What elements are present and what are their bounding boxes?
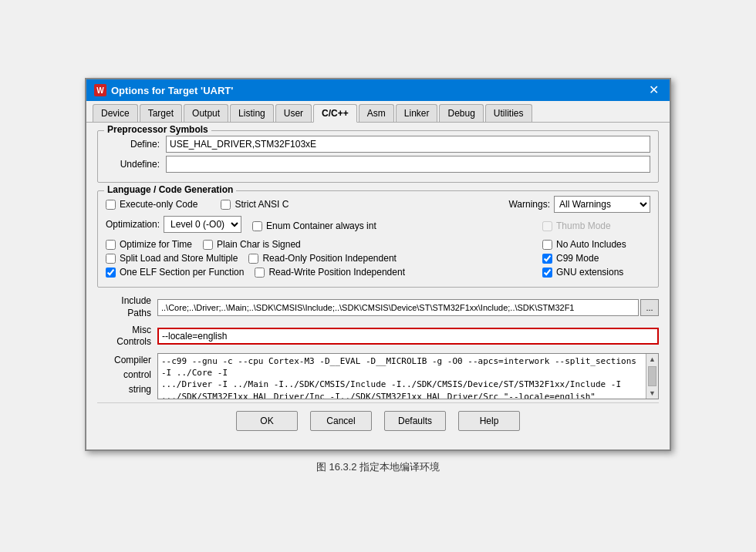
readonly-pos-label: Read-Only Position Independent [262,253,396,264]
define-row: Define: [106,136,650,153]
tab-linker[interactable]: Linker [396,104,438,122]
tab-cpp[interactable]: C/C++ [313,104,357,123]
c99-mode-row: C99 Mode [542,253,650,264]
tab-debug[interactable]: Debug [439,104,483,122]
cancel-button[interactable]: Cancel [310,411,372,431]
execute-only-label: Execute-only Code [120,199,197,210]
split-load-checkbox[interactable] [106,254,116,264]
compiler-string-wrapper: --c99 --gnu -c --cpu Cortex-M3 -D__EVAL … [157,353,659,399]
tab-listing[interactable]: Listing [230,104,274,122]
thumb-mode-checkbox[interactable] [542,221,552,231]
execute-only-checkbox[interactable] [106,200,116,210]
tab-utilities[interactable]: Utilities [485,104,532,122]
readonly-pos-row: Read-Only Position Independent [248,253,542,264]
strict-ansi-label: Strict ANSI C [235,199,289,210]
define-label: Define: [106,139,160,150]
tab-asm[interactable]: Asm [359,104,394,122]
main-dialog: W Options for Target 'UART' ✕ Device Tar… [85,78,671,450]
title-bar-left: W Options for Target 'UART' [94,84,233,96]
no-auto-includes-row: No Auto Includes [542,239,650,250]
define-input[interactable] [166,136,650,153]
gnu-extensions-row: GNU extensions [542,267,650,278]
enum-container-row: Enum Container always int [252,220,542,231]
plain-char-row: Plain Char is Signed [203,239,542,250]
compiler-string-row: Compilercontrolstring --c99 --gnu -c --c… [97,353,659,399]
optimization-label: Optimization: [106,219,160,230]
enum-container-label: Enum Container always int [266,220,376,231]
thumb-mode-label: Thumb Mode [556,220,611,231]
optimize-time-checkbox[interactable] [106,240,116,250]
readonly-pos-checkbox[interactable] [248,254,258,264]
help-button[interactable]: Help [458,411,520,431]
preprocessor-group: Preprocessor Symbols Define: Undefine: [97,130,659,183]
misc-controls-row: MiscControls [97,325,659,348]
gnu-extensions-label: GNU extensions [556,267,623,278]
readwrite-pos-label: Read-Write Position Independent [268,267,405,278]
no-auto-includes-checkbox[interactable] [542,240,552,250]
tab-output[interactable]: Output [184,104,228,122]
tab-target[interactable]: Target [140,104,182,122]
optimize-time-row: Optimize for Time [106,239,192,250]
language-group: Language / Code Generation Execute-only … [97,190,659,288]
compiler-scrollbar[interactable]: ▲ ▼ [646,354,658,399]
c99-mode-label: C99 Mode [556,253,599,264]
execute-only-row: Execute-only Code [106,199,197,210]
strict-ansi-row: Strict ANSI C [221,199,508,210]
split-load-row: Split Load and Store Multiple [106,253,238,264]
title-bar: W Options for Target 'UART' ✕ [86,79,670,101]
include-paths-row: IncludePaths ... [97,295,659,319]
readwrite-pos-row: Read-Write Position Independent [255,267,542,278]
undefine-label: Undefine: [106,159,160,170]
app-icon: W [94,84,106,96]
tab-bar: Device Target Output Listing User C/C++ … [86,101,670,123]
defaults-button[interactable]: Defaults [384,411,446,431]
warnings-select[interactable]: All Warnings No Warnings AC5-like Warnin… [554,196,650,213]
one-elf-checkbox[interactable] [106,268,116,278]
strict-ansi-checkbox[interactable] [221,200,231,210]
dialog-body: Preprocessor Symbols Define: Undefine: L… [86,123,670,449]
tab-device[interactable]: Device [93,104,138,122]
warnings-label: Warnings: [508,199,550,210]
dialog-footer: OK Cancel Defaults Help [97,402,659,442]
scroll-thumb [648,366,656,386]
compiler-string-label: Compilercontrolstring [97,353,151,398]
plain-char-label: Plain Char is Signed [217,239,301,250]
close-button[interactable]: ✕ [646,84,662,96]
tab-user[interactable]: User [275,104,312,122]
optimize-time-label: Optimize for Time [120,239,192,250]
undefine-row: Undefine: [106,156,650,173]
c99-mode-checkbox[interactable] [542,254,552,264]
enum-container-checkbox[interactable] [252,221,262,231]
no-auto-includes-label: No Auto Includes [556,239,626,250]
misc-controls-label: MiscControls [97,325,151,348]
readwrite-pos-checkbox[interactable] [255,268,265,278]
scroll-up-arrow[interactable]: ▲ [646,354,658,365]
include-paths-label: IncludePaths [97,295,151,319]
misc-controls-input[interactable] [157,328,659,345]
gnu-extensions-checkbox[interactable] [542,268,552,278]
language-group-label: Language / Code Generation [104,184,236,195]
one-elf-label: One ELF Section per Function [120,267,244,278]
one-elf-row: One ELF Section per Function [106,267,244,278]
undefine-input[interactable] [166,156,650,173]
compiler-string-textarea[interactable]: --c99 --gnu -c --cpu Cortex-M3 -D__EVAL … [158,354,646,399]
ok-button[interactable]: OK [236,411,298,431]
warnings-row: Warnings: All Warnings No Warnings AC5-l… [508,196,650,213]
preprocessor-group-label: Preprocessor Symbols [104,124,211,135]
optimization-row: Optimization: Level 0 (-O0) Level 1 (-O1… [106,216,241,233]
thumb-mode-row: Thumb Mode [542,220,650,231]
scroll-down-arrow[interactable]: ▼ [646,388,658,399]
include-paths-input[interactable] [157,299,639,316]
include-paths-browse-button[interactable]: ... [640,299,659,316]
optimization-select[interactable]: Level 0 (-O0) Level 1 (-O1) Level 2 (-O2… [164,216,241,233]
caption-text: 图 16.3.2 指定本地编译环境 [316,460,440,474]
dialog-title: Options for Target 'UART' [111,85,233,96]
split-load-label: Split Load and Store Multiple [120,253,238,264]
plain-char-checkbox[interactable] [203,240,213,250]
